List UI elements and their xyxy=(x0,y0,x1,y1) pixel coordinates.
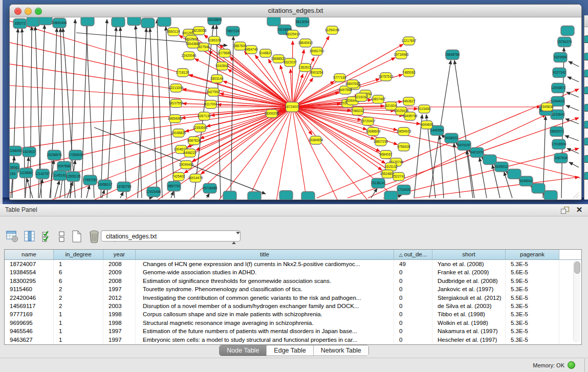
table-cell[interactable]: 14569117 xyxy=(5,302,54,310)
table-cell[interactable]: Tourette syndrome. Phenomenology and cla… xyxy=(136,285,394,293)
graph-node[interactable]: 9699695 xyxy=(420,121,433,129)
table-cell[interactable]: Nakamura et al. (1997) xyxy=(432,327,506,335)
table-cell[interactable]: 0 xyxy=(394,327,432,335)
graph-node[interactable]: 16914479 xyxy=(188,174,203,182)
table-row[interactable]: 911546021997Tourette syndrome. Phenomeno… xyxy=(5,285,581,293)
graph-node[interactable]: 8267130 xyxy=(198,112,211,120)
graph-node[interactable]: 18226058 xyxy=(192,27,207,35)
graph-node[interactable] xyxy=(483,155,496,165)
graph-node[interactable]: 39159 xyxy=(10,169,17,179)
graph-node[interactable]: 22266050 xyxy=(10,146,23,156)
table-cell[interactable]: 0 xyxy=(394,294,432,302)
graph-node[interactable] xyxy=(508,169,521,179)
graph-node[interactable]: 12505135 xyxy=(66,172,81,182)
table-cell[interactable]: 0 xyxy=(394,336,432,344)
float-panel-icon[interactable] xyxy=(561,207,569,214)
table-cell[interactable]: 2003 xyxy=(103,302,136,310)
graph-node[interactable]: 1145191 xyxy=(53,171,67,181)
graph-node[interactable]: 18300295 xyxy=(265,110,279,118)
graph-node[interactable]: 335272 xyxy=(13,19,27,29)
graph-node[interactable]: 22420046 xyxy=(182,52,197,60)
table-cell[interactable]: 2 xyxy=(54,294,103,302)
table-cell[interactable]: Yano et al. (2008) xyxy=(432,260,506,268)
table-cell[interactable]: Franke et al. (2009) xyxy=(432,268,506,276)
graph-node[interactable]: 9777169 xyxy=(333,74,346,82)
graph-node[interactable]: 12923486 xyxy=(146,187,161,197)
graph-node[interactable] xyxy=(532,184,545,193)
table-row[interactable]: 1938455462009Genome-wide association stu… xyxy=(5,268,581,276)
table-row[interactable]: 1830029562008Estimation of significance … xyxy=(5,277,581,285)
graph-node[interactable]: 7485083 xyxy=(402,69,416,77)
close-panel-icon[interactable]: ✕ xyxy=(575,206,583,214)
tab-network-table[interactable]: Network Table xyxy=(314,345,368,356)
graph-node[interactable] xyxy=(112,17,125,27)
graph-node[interactable]: 9498222 xyxy=(183,149,197,157)
graph-node[interactable]: 19654923 xyxy=(397,127,411,136)
table-cell[interactable]: Disruption of a novel member of a sodium… xyxy=(136,302,394,310)
table-cell[interactable]: Estimation of significance thresholds fo… xyxy=(136,277,394,285)
table-cell[interactable]: 2009 xyxy=(103,268,136,276)
table-cell[interactable]: Wolkin et al. (1998) xyxy=(432,319,506,327)
table-cell[interactable]: 2 xyxy=(54,302,103,310)
graph-node[interactable]: 15692071 xyxy=(550,127,564,137)
graph-node[interactable]: 9146821 xyxy=(259,49,272,57)
graph-node[interactable]: 8322037 xyxy=(284,58,297,67)
table-cell[interactable]: 5.3E-5 xyxy=(506,285,559,293)
table-row[interactable]: 1872400712008Changes of HCN gene express… xyxy=(5,260,581,268)
graph-node[interactable]: 19384554 xyxy=(309,136,323,144)
table-cell[interactable]: 1 xyxy=(54,319,103,327)
graph-node[interactable]: 9117004 xyxy=(205,100,217,108)
network-canvas-container[interactable]: 3352722069140616033809785722419218906881… xyxy=(10,17,580,200)
delete-icon[interactable] xyxy=(88,230,100,243)
table-cell[interactable]: de Silva et al. (2003) xyxy=(432,302,506,310)
graph-node[interactable]: 10688609 xyxy=(366,127,381,136)
table-cell[interactable]: Investigating the contribution of common… xyxy=(136,294,394,302)
graph-node[interactable]: 16495798 xyxy=(403,112,418,120)
graph-node[interactable] xyxy=(248,192,261,200)
graph-node[interactable]: 7986332 xyxy=(351,107,364,115)
graph-node[interactable]: 17359928 xyxy=(69,150,83,160)
graph-node[interactable]: 8813054 xyxy=(296,17,309,27)
graph-node[interactable]: 2522741 xyxy=(392,172,405,181)
table-row[interactable]: 946554611997Estimation of the future num… xyxy=(5,327,581,335)
graph-node[interactable]: 16648784 xyxy=(445,50,460,60)
graph-node[interactable]: 9242844 xyxy=(215,62,229,70)
table-cell[interactable]: 1997 xyxy=(103,285,136,293)
graph-node[interactable]: 18640910 xyxy=(298,39,313,47)
table-row[interactable]: 977716911998Corpus callosum shape and si… xyxy=(5,310,581,318)
table-cell[interactable]: 9465546 xyxy=(5,327,54,335)
graph-node[interactable]: 1115680 xyxy=(19,168,33,178)
graph-node[interactable]: 15718485 xyxy=(203,184,217,193)
table-cell[interactable]: 6 xyxy=(54,277,103,285)
graph-node[interactable]: 15720407 xyxy=(361,117,376,125)
table-scrollbar[interactable] xyxy=(573,260,580,342)
table-cell[interactable]: 9777169 xyxy=(5,310,54,318)
graph-node[interactable]: 9097568 xyxy=(57,162,71,171)
table-row[interactable]: 946362711997Embryonic stem cells: a mode… xyxy=(5,336,581,344)
column-visibility-icon[interactable] xyxy=(24,230,36,243)
table-cell[interactable]: 19384554 xyxy=(5,268,54,276)
column-header-pagerank[interactable]: pagerank xyxy=(506,250,559,259)
graph-node[interactable]: 12353594 xyxy=(193,124,208,132)
graph-node[interactable]: 20691406 xyxy=(52,18,67,28)
graph-node[interactable]: 12217897 xyxy=(402,37,417,45)
table-cell[interactable]: 0 xyxy=(394,277,432,285)
table-cell[interactable]: 9699695 xyxy=(5,319,54,327)
graph-node[interactable] xyxy=(384,191,398,200)
graph-node[interactable]: 17016504 xyxy=(552,140,567,149)
table-cell[interactable]: 18300295 xyxy=(5,277,54,285)
graph-node[interactable]: 18325419 xyxy=(286,30,300,38)
graph-node[interactable]: 12093872 xyxy=(551,83,566,93)
graph-node[interactable]: 1595838 xyxy=(540,103,554,111)
table-cell[interactable]: Stergiakouli et al. (2012) xyxy=(432,294,506,302)
graph-node[interactable]: 9427552 xyxy=(207,88,220,96)
graph-node[interactable]: 9115460 xyxy=(418,105,431,113)
graph-node[interactable]: 19654985 xyxy=(168,115,183,123)
table-cell[interactable]: 0 xyxy=(394,302,432,310)
graph-node[interactable]: 9329966 xyxy=(554,53,567,62)
graph-node[interactable]: 16847697 xyxy=(345,80,360,88)
table-row[interactable]: 969969511998Structural magnetic resonanc… xyxy=(5,319,581,327)
column-header-in-degree[interactable]: in_degree xyxy=(54,250,103,259)
graph-node[interactable]: 20206576 xyxy=(47,150,62,160)
graph-node[interactable] xyxy=(544,191,557,200)
